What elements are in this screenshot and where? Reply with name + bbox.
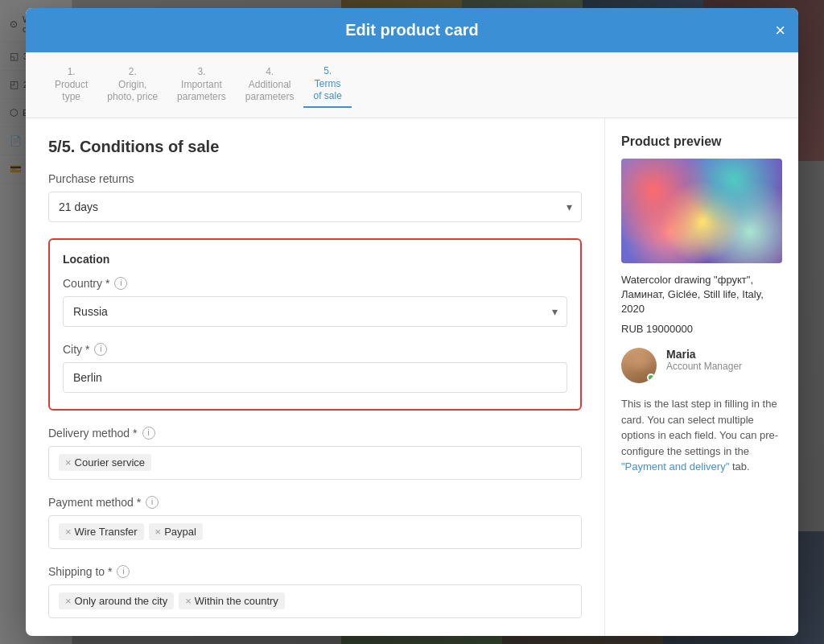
modal-title: Edit product card <box>345 21 479 39</box>
payment-tag-input[interactable]: × Wire Transfer × Paypal <box>48 515 582 549</box>
modal-header: Edit product card × <box>26 8 798 52</box>
courier-tag-remove[interactable]: × <box>65 457 72 468</box>
shipping-tag-input[interactable]: × Only around the city × Within the coun… <box>48 584 582 618</box>
location-title: Location <box>63 253 567 266</box>
online-status-dot <box>647 374 655 382</box>
modal-left-panel: 5/5. Conditions of sale Purchase returns… <box>26 118 605 636</box>
location-box: Location Country * i Russia ▾ <box>48 238 582 411</box>
city-label: City * i <box>63 343 567 356</box>
payment-info-icon[interactable]: i <box>146 496 159 509</box>
product-image <box>621 159 782 263</box>
advisor-info: Maria Account Manager <box>666 348 742 372</box>
purchase-returns-select-wrapper: 21 days ▾ <box>48 192 582 222</box>
advisor-payment-link[interactable]: "Payment and delivery" <box>621 460 729 473</box>
country-tag-remove[interactable]: × <box>185 596 192 606</box>
advisor-card: Maria Account Manager <box>621 348 782 383</box>
city-group: City * i <box>63 343 567 393</box>
advisor-role: Account Manager <box>666 361 742 372</box>
payment-method-group: Payment method * i × Wire Transfer × Pay… <box>48 496 582 549</box>
shipping-info-icon[interactable]: i <box>117 565 130 578</box>
delivery-method-label: Delivery method * i <box>48 427 582 440</box>
advisor-avatar <box>621 348 657 383</box>
advisor-text: This is the last step in filling in the … <box>621 396 782 475</box>
modal-overlay: Edit product card × 1. Producttype 2. Or… <box>0 0 824 644</box>
payment-tag-paypal: × Paypal <box>149 523 203 540</box>
section-title: 5/5. Conditions of sale <box>48 138 582 156</box>
advisor-name: Maria <box>666 348 742 361</box>
step-4[interactable]: 4. Additionalparameters <box>236 63 304 107</box>
wire-tag-remove[interactable]: × <box>65 526 72 537</box>
close-button[interactable]: × <box>775 22 785 39</box>
country-info-icon[interactable]: i <box>114 277 127 290</box>
step-5[interactable]: 5. Termsof sale <box>303 62 351 108</box>
step-1[interactable]: 1. Producttype <box>45 63 97 107</box>
modal-right-panel: Product preview Watercolor drawing "фрук… <box>605 118 798 636</box>
step-2[interactable]: 2. Origin,photo, price <box>97 63 167 107</box>
payment-tag-wire: × Wire Transfer <box>59 523 144 540</box>
modal-body: 5/5. Conditions of sale Purchase returns… <box>26 118 798 636</box>
purchase-returns-select[interactable]: 21 days <box>48 192 582 222</box>
modal: Edit product card × 1. Producttype 2. Or… <box>26 8 798 636</box>
country-group: Country * i Russia ▾ <box>63 277 567 327</box>
shipping-to-label: Shipping to * i <box>48 565 582 578</box>
city-input[interactable] <box>63 362 567 393</box>
delivery-method-group: Delivery method * i × Courier service <box>48 427 582 480</box>
delivery-tag-input[interactable]: × Courier service <box>48 446 582 480</box>
modal-footer: Save <box>48 634 582 636</box>
purchase-returns-group: Purchase returns 21 days ▾ <box>48 172 582 222</box>
paypal-tag-remove[interactable]: × <box>155 526 162 537</box>
preview-title: Product preview <box>621 134 782 149</box>
country-select[interactable]: Russia <box>63 296 567 327</box>
city-info-icon[interactable]: i <box>94 343 107 356</box>
shipping-tag-country: × Within the country <box>179 592 285 609</box>
shipping-tag-city: × Only around the city <box>59 592 174 609</box>
city-tag-remove[interactable]: × <box>65 596 72 606</box>
product-price: RUB 19000000 <box>621 323 782 335</box>
step-3[interactable]: 3. Importantparameters <box>167 63 236 107</box>
shipping-to-group: Shipping to * i × Only around the city ×… <box>48 565 582 618</box>
delivery-tag-courier: × Courier service <box>59 454 151 471</box>
stepper: 1. Producttype 2. Origin,photo, price 3.… <box>26 52 798 118</box>
purchase-returns-label: Purchase returns <box>48 172 582 185</box>
country-select-wrapper: Russia ▾ <box>63 296 567 327</box>
product-name: Watercolor drawing "фрукт", Ламинат, Gic… <box>621 273 782 317</box>
product-image-inner <box>621 159 782 263</box>
payment-method-label: Payment method * i <box>48 496 582 509</box>
delivery-info-icon[interactable]: i <box>142 427 155 440</box>
country-label: Country * i <box>63 277 567 290</box>
